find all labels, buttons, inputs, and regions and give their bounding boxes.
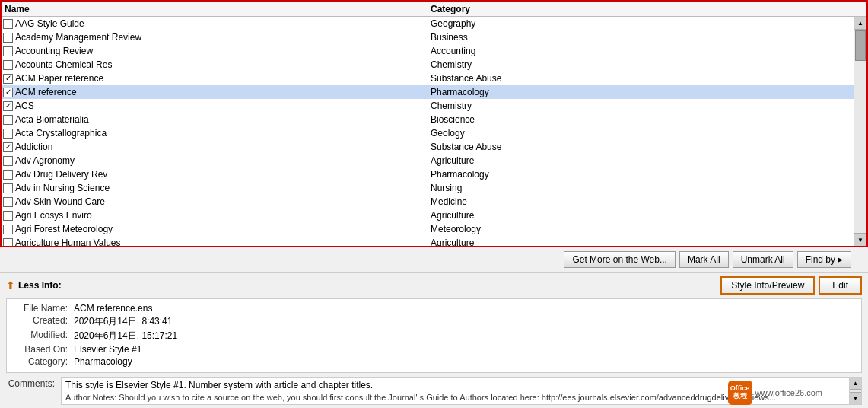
scroll-down-arrow[interactable]: ▼: [854, 233, 866, 246]
mark-all-button[interactable]: Mark All: [679, 251, 729, 268]
category-cell: Geology: [428, 126, 854, 140]
style-checkbox[interactable]: [3, 19, 13, 29]
style-checkbox[interactable]: [3, 225, 13, 234]
category-cell: Accounting: [428, 44, 854, 58]
created-row: Created: 2020年6月14日, 8:43:41: [13, 315, 855, 328]
get-more-button[interactable]: Get More on the Web...: [564, 251, 676, 268]
based-on-label: Based On:: [13, 344, 74, 355]
data-rows-container: AAG Style GuideGeographyAcademy Manageme…: [2, 17, 854, 246]
style-name: Agriculture Human Values: [15, 236, 121, 246]
style-checkbox[interactable]: ✓: [3, 101, 13, 111]
style-name: AAG Style Guide: [15, 17, 84, 30]
category-value: Pharmacology: [74, 356, 132, 367]
category-cell: Meteorology: [428, 222, 854, 236]
modified-row: Modified: 2020年6月14日, 15:17:21: [13, 330, 855, 343]
list-item[interactable]: Adv Drug Delivery RevPharmacology: [2, 167, 854, 181]
style-checkbox[interactable]: [3, 183, 13, 193]
style-checkbox[interactable]: [3, 156, 13, 166]
name-cell: Academy Management Review: [2, 30, 428, 44]
list-item[interactable]: ✓ACM Paper referenceSubstance Abuse: [2, 72, 854, 85]
find-by-button[interactable]: Find by ▶: [797, 251, 851, 268]
style-name: Acta Biomaterialia: [15, 113, 89, 126]
category-cell: Business: [428, 30, 854, 44]
style-name: Accounting Review: [15, 44, 93, 58]
comments-scroll-down-arrow[interactable]: ▼: [850, 392, 861, 404]
name-cell: ✓Addiction: [2, 140, 428, 154]
based-on-row: Based On: Elsevier Style #1: [13, 344, 855, 355]
scroll-thumb[interactable]: [855, 30, 866, 61]
file-name-value: ACM reference.ens: [74, 303, 152, 314]
comments-scrollbar[interactable]: ▲ ▼: [849, 378, 861, 404]
name-cell: Adv Skin Wound Care: [2, 195, 428, 209]
style-checkbox[interactable]: [3, 115, 13, 125]
list-item[interactable]: Accounts Chemical ResChemistry: [2, 58, 854, 72]
style-name: Agri Ecosys Enviro: [15, 209, 92, 222]
style-name: ACS: [15, 99, 34, 113]
created-label: Created:: [13, 315, 74, 328]
name-cell: Agri Forest Meteorology: [2, 222, 428, 236]
category-cell: Chemistry: [428, 99, 854, 113]
style-name: Agri Forest Meteorology: [15, 222, 113, 236]
list-item[interactable]: AAG Style GuideGeography: [2, 17, 854, 30]
name-cell: Adv Agronomy: [2, 154, 428, 167]
style-checkbox[interactable]: [3, 238, 13, 247]
list-item[interactable]: Agriculture Human ValuesAgriculture: [2, 236, 854, 246]
style-name: Adv Drug Delivery Rev: [15, 167, 107, 181]
list-item[interactable]: ✓ACM referencePharmacology: [2, 85, 854, 99]
category-cell: Bioscience: [428, 113, 854, 126]
list-item[interactable]: Adv Skin Wound CareMedicine: [2, 195, 854, 209]
based-on-value: Elsevier Style #1: [74, 344, 141, 355]
scroll-up-arrow[interactable]: ▲: [854, 17, 866, 30]
style-name: Acta Crystallographica: [15, 126, 107, 140]
list-item[interactable]: Adv in Nursing ScienceNursing: [2, 181, 854, 195]
name-cell: Acta Biomaterialia: [2, 113, 428, 126]
category-cell: Chemistry: [428, 58, 854, 72]
category-cell: Agriculture: [428, 236, 854, 246]
unmark-all-button[interactable]: Unmark All: [733, 251, 793, 268]
style-name: Addiction: [15, 140, 52, 154]
style-checkbox[interactable]: [3, 170, 13, 180]
style-checkbox[interactable]: [3, 197, 13, 207]
style-checkbox[interactable]: [3, 211, 13, 221]
list-item[interactable]: Agri Forest MeteorologyMeteorology: [2, 222, 854, 236]
category-cell: Agriculture: [428, 154, 854, 167]
less-info-label: Less Info:: [18, 280, 62, 291]
name-cell: Agriculture Human Values: [2, 236, 428, 246]
created-value: 2020年6月14日, 8:43:41: [74, 315, 172, 328]
style-checkbox[interactable]: ✓: [3, 88, 13, 97]
list-item[interactable]: Acta CrystallographicaGeology: [2, 126, 854, 140]
list-scrollbar[interactable]: ▲ ▼: [854, 17, 866, 246]
find-by-arrow-icon: ▶: [838, 256, 843, 263]
style-checkbox[interactable]: [3, 129, 13, 139]
list-item[interactable]: Acta BiomaterialiaBioscience: [2, 113, 854, 126]
style-info-preview-button[interactable]: Style Info/Preview: [720, 276, 815, 295]
style-checkbox[interactable]: [3, 60, 13, 70]
style-name: ACM reference: [15, 85, 77, 99]
style-name: Adv in Nursing Science: [15, 181, 110, 195]
style-name: Adv Agronomy: [15, 154, 75, 167]
watermark-area: Office教程 www.office26.com: [728, 381, 822, 405]
category-cell: Medicine: [428, 195, 854, 209]
category-cell: Pharmacology: [428, 167, 854, 181]
list-item[interactable]: ✓AddictionSubstance Abuse: [2, 140, 854, 154]
style-checkbox[interactable]: [3, 33, 13, 43]
list-item[interactable]: Accounting ReviewAccounting: [2, 44, 854, 58]
less-info-toggle[interactable]: ⬆ Less Info:: [6, 279, 62, 292]
list-item[interactable]: Agri Ecosys EnviroAgriculture: [2, 209, 854, 222]
name-cell: AAG Style Guide: [2, 17, 428, 30]
modified-value: 2020年6月14日, 15:17:21: [74, 330, 177, 343]
style-checkbox[interactable]: ✓: [3, 142, 13, 152]
style-checkbox[interactable]: [3, 46, 13, 56]
list-item[interactable]: Adv AgronomyAgriculture: [2, 154, 854, 167]
name-cell: ✓ACM reference: [2, 85, 428, 99]
file-name-row: File Name: ACM reference.ens: [13, 303, 855, 314]
comments-scroll-up-arrow[interactable]: ▲: [850, 378, 861, 390]
style-checkbox[interactable]: ✓: [3, 74, 13, 84]
list-item[interactable]: ✓ACSChemistry: [2, 99, 854, 113]
list-item[interactable]: Academy Management ReviewBusiness: [2, 30, 854, 44]
category-cell: Agriculture: [428, 209, 854, 222]
toolbar-row: Get More on the Web... Mark All Unmark A…: [0, 247, 868, 273]
edit-button[interactable]: Edit: [819, 276, 862, 295]
style-name: Academy Management Review: [15, 30, 141, 44]
find-by-label: Find by: [806, 254, 835, 265]
